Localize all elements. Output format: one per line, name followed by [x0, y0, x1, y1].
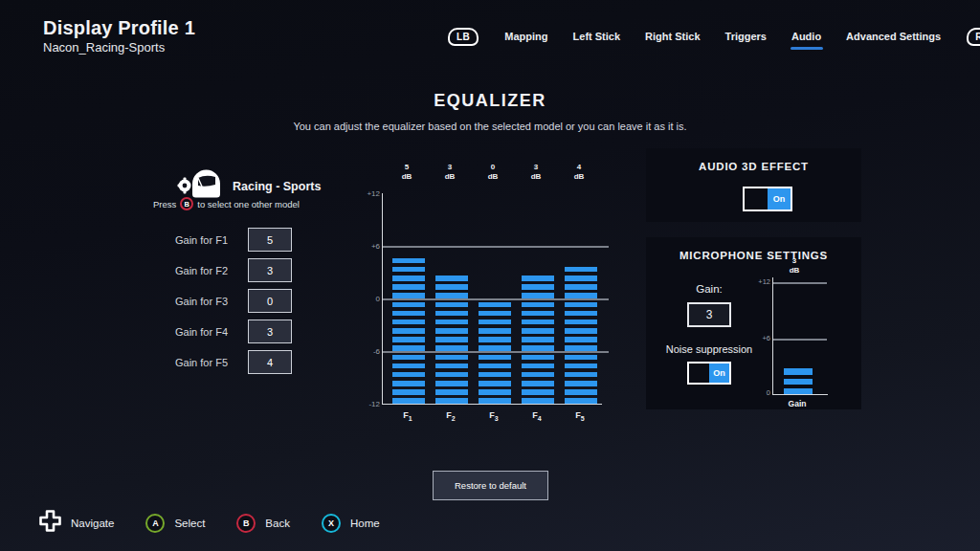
toggle-on-half: On — [709, 364, 729, 383]
profile-name: Nacon_Racing-Sports — [43, 40, 165, 55]
x-button-icon: X — [322, 514, 341, 533]
noise-suppression-toggle[interactable]: On — [687, 362, 731, 385]
y-tick: +6 — [357, 242, 380, 251]
legend-label: Navigate — [71, 518, 114, 529]
legend-label: Select — [174, 518, 205, 529]
eq-bar-F1 — [392, 254, 425, 404]
mic-gain-label: Gain: — [656, 283, 763, 295]
bar-value-label: 3dB — [517, 163, 555, 182]
gridline-plus6 — [773, 339, 827, 341]
category-label-f2: F2 — [432, 410, 470, 422]
equalizer-plot-area — [382, 193, 602, 405]
gain-f3-label: Gain for F3 — [175, 296, 228, 307]
legend-select: A Select — [145, 514, 205, 533]
category-label-f5: F5 — [561, 410, 599, 422]
audio-3d-toggle[interactable]: On — [743, 187, 792, 211]
bar-value-label: 5dB — [388, 163, 426, 182]
equalizer-screen: Display Profile 1 Nacon_Racing-Sports LB… — [0, 0, 980, 551]
gain-f1-label: Gain for F1 — [175, 234, 228, 246]
tab-triggers[interactable]: Triggers — [725, 31, 767, 42]
gain-row-f4: Gain for F4 3 — [175, 320, 292, 343]
toggle-off-half — [745, 188, 768, 209]
eq-bar-F3 — [479, 298, 511, 404]
lb-bumper-icon[interactable]: LB — [448, 28, 479, 46]
model-change-hint: Press B to select one other model — [153, 197, 345, 210]
bar-value-label: 0dB — [474, 163, 512, 182]
bar-value-label: 3dB — [431, 163, 469, 182]
category-label-f1: F1 — [389, 410, 427, 422]
y-tick: +6 — [749, 334, 770, 342]
legend-label: Back — [265, 518, 290, 529]
gain-row-f5: Gain for F5 4 — [175, 350, 292, 374]
gain-f5-label: Gain for F5 — [175, 357, 228, 368]
legend-back: B Back — [236, 514, 290, 533]
mic-gain-input[interactable]: 3 — [687, 302, 731, 327]
audio-3d-effect-panel: AUDIO 3D EFFECT On — [646, 148, 861, 222]
y-tick: +12 — [357, 189, 380, 198]
toggle-on-half: On — [768, 188, 791, 209]
gain-row-f2: Gain for F2 3 — [175, 258, 292, 282]
rb-bumper-icon[interactable]: RB — [967, 28, 980, 46]
gain-f2-input[interactable]: 3 — [248, 258, 292, 282]
mic-gain-chart: 3dB +12 +6 0 Gain — [749, 256, 855, 409]
audio-3d-title: AUDIO 3D EFFECT — [646, 148, 861, 172]
gain-f4-input[interactable]: 3 — [248, 320, 292, 343]
microphone-controls: Gain: 3 Noise suppression On — [656, 283, 763, 385]
y-tick: -6 — [357, 347, 380, 356]
b-button-icon: B — [236, 514, 256, 533]
noise-suppression-label: Noise suppression — [656, 343, 763, 355]
a-button-icon: A — [145, 514, 165, 533]
eq-bar-F4 — [522, 273, 554, 405]
page-title: EQUALIZER — [0, 91, 980, 111]
controller-legend: Navigate A Select B Back X Home — [39, 510, 412, 536]
page-description: You can adjust the equalizer based on th… — [0, 121, 980, 132]
y-tick: 0 — [749, 388, 770, 397]
y-tick: -12 — [357, 400, 380, 408]
hint-prefix: Press — [153, 199, 176, 209]
mic-x-label: Gain — [778, 399, 816, 408]
dpad-icon — [39, 510, 61, 536]
gain-f4-label: Gain for F4 — [175, 326, 228, 338]
top-navigation: LB Mapping Left Stick Right Stick Trigge… — [448, 23, 980, 50]
hint-suffix: to select one other model — [197, 199, 300, 209]
gridline-plus12 — [773, 282, 827, 284]
gridline-plus6 — [383, 246, 609, 248]
category-label-f4: F4 — [518, 410, 556, 422]
mic-bar-value-label: 3dB — [775, 256, 813, 276]
b-button-icon: B — [180, 197, 193, 210]
y-tick: 0 — [357, 295, 380, 303]
legend-navigate: Navigate — [39, 510, 114, 536]
eq-bar-F5 — [565, 263, 597, 404]
bar-value-label: 4dB — [560, 163, 598, 182]
legend-label: Home — [350, 518, 380, 529]
tab-advanced-settings[interactable]: Advanced Settings — [846, 31, 941, 42]
gain-row-f3: Gain for F3 0 — [175, 289, 292, 313]
mic-plot-area — [772, 277, 828, 395]
toggle-off-half — [689, 364, 709, 383]
tab-right-stick[interactable]: Right Stick — [645, 31, 700, 42]
nav-tabs: Mapping Left Stick Right Stick Triggers … — [492, 31, 953, 42]
tab-audio[interactable]: Audio — [791, 31, 821, 42]
tab-left-stick[interactable]: Left Stick — [573, 31, 621, 42]
y-tick: +12 — [749, 277, 770, 286]
tab-mapping[interactable]: Mapping — [504, 31, 547, 42]
gain-row-f1: Gain for F1 5 — [175, 228, 292, 252]
eq-bar-Gain — [784, 365, 813, 395]
equalizer-chart: 5dB 3dB 0dB 3dB 4dB +12 +6 0 -6 -12 F1 F… — [357, 161, 615, 424]
legend-home: X Home — [322, 514, 380, 533]
eq-bar-F2 — [435, 273, 468, 405]
gain-f2-label: Gain for F2 — [175, 265, 228, 276]
category-label-f3: F3 — [475, 410, 513, 422]
model-name: Racing - Sports — [233, 180, 321, 193]
gain-f1-input[interactable]: 5 — [248, 228, 292, 252]
restore-default-button[interactable]: Restore to default — [433, 471, 548, 500]
page-profile-title: Display Profile 1 — [43, 17, 195, 39]
gain-f3-input[interactable]: 0 — [248, 289, 292, 313]
gain-f5-input[interactable]: 4 — [248, 350, 292, 374]
